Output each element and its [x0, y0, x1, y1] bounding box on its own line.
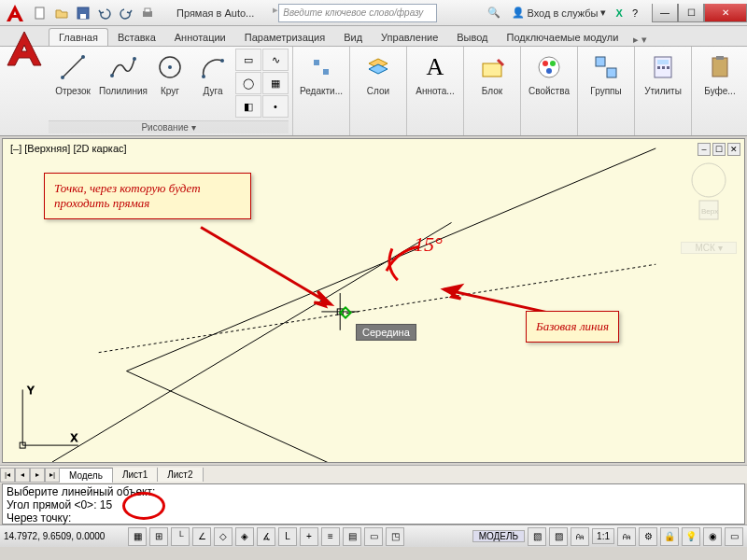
close-button[interactable]: ✕ [704, 4, 747, 22]
line-button[interactable]: Отрезок [49, 49, 97, 96]
coords-readout[interactable]: 14.7972, 9.6509, 0.0000 [4, 531, 125, 541]
search-icon[interactable]: 🔍 [484, 7, 504, 19]
tpy-toggle-icon[interactable]: ▤ [343, 527, 361, 546]
layers-button[interactable]: Слои [354, 49, 402, 96]
annovis-icon[interactable]: 🗛 [617, 527, 636, 546]
qat-print-icon[interactable] [137, 3, 158, 23]
block-icon [477, 52, 507, 82]
qat-open-icon[interactable] [51, 3, 72, 23]
ducs-toggle-icon[interactable]: L [278, 527, 297, 546]
svg-line-39 [201, 227, 331, 304]
tab-parametric[interactable]: Параметризация [235, 29, 334, 46]
tab-annotate[interactable]: Аннотации [165, 29, 235, 46]
clipboard-button[interactable]: Буфе... [696, 49, 744, 96]
tab-sheet1[interactable]: Лист1 [113, 468, 158, 482]
login-button[interactable]: 👤 Вход в службы ▾ [508, 7, 609, 19]
tab-overflow-icon[interactable]: ▸ ▾ [627, 34, 653, 46]
sc-toggle-icon[interactable]: ◳ [386, 527, 404, 546]
cmd-line-3: Через точку: [7, 511, 740, 525]
otrack-toggle-icon[interactable]: ∡ [257, 527, 275, 546]
scale-readout[interactable]: 1:1 [592, 528, 614, 544]
annotation-button[interactable]: AАннота... [411, 49, 459, 96]
polyline-button[interactable]: Полилиния [99, 49, 148, 96]
ortho-toggle-icon[interactable]: └ [171, 527, 190, 546]
toolbar-lock-icon[interactable]: 🔒 [660, 527, 679, 546]
spline-icon[interactable]: ∿ [262, 49, 289, 71]
polyline-icon [108, 52, 138, 82]
3dosnap-toggle-icon[interactable]: ◈ [235, 527, 254, 546]
point-icon[interactable]: • [262, 95, 289, 118]
svg-point-11 [168, 65, 172, 69]
vp-restore-icon[interactable]: ☐ [712, 143, 726, 156]
region-icon[interactable]: ◧ [235, 95, 261, 118]
command-line[interactable]: Выберите линейный объект: Угол прямой <0… [2, 483, 745, 525]
circle-button[interactable]: Круг [149, 49, 190, 96]
angle-annotation: 15° [414, 232, 443, 257]
svg-point-12 [202, 75, 205, 78]
osnap-toggle-icon[interactable]: ◇ [214, 527, 233, 546]
arc-button[interactable]: Дуга [192, 49, 233, 96]
annoscale-icon[interactable]: 🗛 [571, 527, 589, 546]
svg-text:Y: Y [27, 385, 35, 396]
isolate-icon[interactable]: ◉ [703, 527, 722, 546]
tab-last-icon[interactable]: ▸| [45, 468, 60, 483]
model-paper-toggle[interactable]: МОДЕЛЬ [472, 530, 525, 542]
panel-title-draw[interactable]: Рисование ▾ [49, 120, 289, 133]
properties-button[interactable]: Свойства [525, 49, 573, 96]
svg-point-19 [550, 61, 556, 66]
tab-sheet2[interactable]: Лист2 [158, 468, 203, 482]
clean-screen-icon[interactable]: ▭ [725, 527, 743, 546]
drawing-area[interactable]: Y X Середина [2, 138, 745, 463]
exchange-icon[interactable]: X [613, 7, 626, 19]
maximize-button[interactable]: ☐ [678, 4, 704, 22]
block-button[interactable]: Блок [468, 49, 516, 96]
qat-redo-icon[interactable] [116, 3, 136, 23]
minimize-button[interactable]: — [652, 4, 678, 22]
tab-plugins[interactable]: Подключаемые модули [498, 29, 628, 46]
tab-model[interactable]: Модель [60, 468, 113, 483]
hatch-icon[interactable]: ▦ [262, 72, 289, 94]
tab-home[interactable]: Главная [49, 28, 108, 46]
grid-toggle-icon[interactable]: ⊞ [149, 527, 168, 546]
modify-button[interactable]: Редакти... [297, 49, 345, 96]
tab-insert[interactable]: Вставка [108, 29, 165, 46]
hardware-accel-icon[interactable]: 💡 [682, 527, 700, 546]
text-icon: A [420, 52, 450, 82]
qview-layout-icon[interactable]: ▧ [528, 527, 546, 546]
qat-new-icon[interactable] [30, 3, 50, 23]
vp-minimize-icon[interactable]: – [698, 143, 711, 156]
viewcube[interactable]: Верх МСК ▾ [681, 161, 737, 236]
search-input[interactable]: Введите ключевое слово/фразу [278, 4, 437, 22]
tab-first-icon[interactable]: |◂ [0, 468, 15, 483]
snap-toggle-icon[interactable]: ▦ [128, 527, 147, 546]
ellipse-icon[interactable]: ◯ [235, 72, 261, 94]
polar-toggle-icon[interactable]: ∠ [192, 527, 211, 546]
tab-next-icon[interactable]: ▸ [30, 468, 45, 483]
app-logo-icon[interactable] [4, 28, 45, 69]
tab-manage[interactable]: Управление [372, 29, 447, 46]
tab-prev-icon[interactable]: ◂ [15, 468, 30, 483]
qview-dwg-icon[interactable]: ▨ [549, 527, 568, 546]
snap-tooltip: Середина [356, 324, 416, 341]
arc-icon [198, 52, 228, 82]
svg-rect-26 [662, 66, 665, 69]
qat-save-icon[interactable] [73, 3, 93, 23]
groups-button[interactable]: Группы [582, 49, 630, 96]
svg-point-13 [220, 59, 224, 63]
tab-view[interactable]: Вид [334, 29, 372, 46]
rect-icon[interactable]: ▭ [235, 49, 261, 71]
ws-switch-icon[interactable]: ⚙ [639, 527, 657, 546]
dyn-toggle-icon[interactable]: + [300, 527, 318, 546]
tab-output[interactable]: Вывод [447, 29, 497, 46]
lwt-toggle-icon[interactable]: ≡ [321, 527, 340, 546]
utilities-button[interactable]: Утилиты [639, 49, 687, 96]
viewport-label[interactable]: [–] [Верхняя] [2D каркас] [10, 143, 127, 154]
modify-icon [306, 52, 336, 82]
qp-toggle-icon[interactable]: ▭ [364, 527, 383, 546]
qat-undo-icon[interactable] [94, 3, 115, 23]
line-icon [58, 52, 88, 82]
app-menu-icon[interactable] [4, 2, 26, 24]
vp-close-icon[interactable]: ✕ [727, 143, 740, 156]
ucs-dropdown[interactable]: МСК ▾ [681, 242, 737, 254]
help-icon[interactable]: ? [629, 7, 641, 19]
